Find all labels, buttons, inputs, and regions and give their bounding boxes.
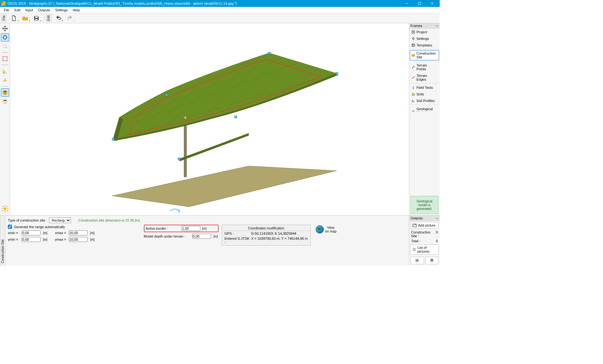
frame-item-edges[interactable]: Terrain Edges: [410, 72, 439, 83]
toolbar-separator: [44, 14, 44, 22]
frame-item-points[interactable]: Terrain Points: [410, 62, 439, 72]
svg-rect-9: [112, 138, 114, 140]
svg-rect-1: [35, 16, 38, 18]
templates-icon: [411, 43, 415, 47]
active-border-group: Active border : [m]: [144, 225, 219, 232]
frame-item-settings[interactable]: Settings: [410, 35, 439, 42]
constr-icon: [411, 53, 415, 57]
xmin-input[interactable]: [22, 230, 41, 235]
print-button-1[interactable]: [410, 257, 424, 264]
depth-input[interactable]: [192, 234, 211, 239]
depth-label: Model depth under terrain :: [144, 234, 190, 238]
xmin-label: xmin =: [8, 231, 20, 235]
tool-separator: [1, 65, 9, 65]
active-border-input[interactable]: [182, 226, 200, 231]
ymin-label: ymin =: [8, 238, 20, 241]
undo-button[interactable]: ▾: [53, 14, 64, 22]
frames-collapse-button[interactable]: —: [436, 24, 438, 27]
coordinates-box: Coordinates modification GPS :N 50,11410…: [222, 225, 311, 246]
frame-item-templates[interactable]: Templates: [410, 42, 439, 48]
frame-item-project[interactable]: Project: [410, 29, 439, 35]
tool-separator: [1, 52, 9, 53]
coord-header[interactable]: Coordinates modification: [223, 226, 310, 231]
pan-tool[interactable]: [1, 24, 9, 33]
field-icon: [411, 86, 415, 89]
svg-rect-12: [268, 52, 270, 54]
type-label: Type of construction site :: [8, 218, 47, 222]
axes-alt-tool[interactable]: [1, 76, 9, 84]
svg-rect-18: [412, 44, 415, 47]
new-file-button[interactable]: ▾: [8, 14, 19, 22]
window-title: GEO5 2019 - Stratigraphy [C:\_Stahovat\S…: [8, 2, 401, 5]
construction-site-panel: Type of construction site : Rectangle Co…: [5, 215, 409, 265]
view-on-map-button[interactable]: View on map: [314, 225, 339, 234]
ymin-input[interactable]: [22, 237, 41, 242]
settings-gear-button[interactable]: [1, 205, 9, 213]
frame-item-constr[interactable]: Construction Site: [410, 50, 439, 60]
zoom-region-tool[interactable]: [1, 42, 9, 50]
outputs-header: Outputs —: [409, 216, 440, 221]
titlebar: GEO5 2019 - Stratigraphy [C:\_Stahovat\S…: [0, 0, 440, 7]
svg-rect-13: [166, 94, 168, 96]
svg-rect-10: [178, 158, 180, 160]
left-toolstrip: [0, 23, 10, 215]
type-select[interactable]: Rectangle: [49, 217, 71, 223]
app-logo-icon: [1, 1, 6, 6]
maximize-button[interactable]: [413, 0, 426, 7]
svg-rect-33: [431, 261, 433, 262]
svg-rect-11: [336, 72, 338, 75]
edges-icon: [411, 76, 415, 79]
printer-color-icon: [430, 258, 434, 263]
xmax-input[interactable]: [69, 230, 88, 235]
svg-point-17: [412, 38, 414, 39]
side-tab-construction-site[interactable]: Construction Site: [0, 215, 5, 265]
globe-icon: [316, 225, 324, 233]
menu-file[interactable]: File: [1, 8, 12, 13]
side-tab-file[interactable]: File: [1, 14, 7, 22]
viewport-3d[interactable]: [10, 23, 409, 215]
minimize-button[interactable]: [401, 0, 413, 7]
save-file-button[interactable]: ▾: [31, 14, 42, 22]
view-solid-tool[interactable]: [1, 88, 9, 97]
svg-rect-22: [413, 87, 414, 88]
menu-settings[interactable]: Settings: [53, 8, 70, 13]
outputs-collapse-button[interactable]: —: [436, 217, 438, 220]
redo-button[interactable]: ▾: [64, 14, 75, 22]
svg-rect-15: [184, 117, 186, 119]
add-picture-button[interactable]: Add picture: [410, 222, 439, 229]
view-wire-tool[interactable]: [1, 97, 9, 105]
dimension-text: Construction site dimension is 22,36 [m]…: [79, 218, 141, 222]
svg-point-27: [414, 225, 414, 226]
menu-edit[interactable]: Edit: [12, 8, 23, 13]
menu-help[interactable]: Help: [70, 8, 82, 13]
close-button[interactable]: [426, 0, 438, 7]
settings-icon: [411, 37, 415, 40]
list-pictures-button[interactable]: List of pictures: [410, 244, 439, 254]
open-file-button[interactable]: ▾: [20, 14, 30, 22]
ymax-input[interactable]: [69, 237, 88, 242]
geo-icon: [411, 109, 415, 112]
autogen-checkbox[interactable]: [8, 225, 12, 229]
axes-tool[interactable]: [1, 67, 9, 75]
frame-item-field[interactable]: Field Tests: [410, 84, 439, 91]
tool-separator: [1, 86, 9, 87]
print-button-2[interactable]: [425, 257, 439, 264]
menu-input[interactable]: Input: [23, 8, 35, 13]
frame-item-geo[interactable]: Geological Model: [410, 106, 439, 112]
points-icon: [411, 65, 415, 69]
svg-point-4: [3, 44, 6, 47]
zoom-extents-tool[interactable]: [1, 55, 9, 63]
svg-rect-0: [418, 2, 421, 5]
svg-rect-14: [235, 116, 237, 118]
menu-outputs[interactable]: Outputs: [35, 8, 53, 13]
ymax-label: ymax =: [55, 238, 67, 241]
svg-rect-19: [412, 54, 415, 56]
svg-rect-29: [416, 259, 418, 260]
rotate-tool[interactable]: [1, 33, 9, 41]
soils-icon: [411, 92, 415, 96]
frame-item-soils[interactable]: Soils: [410, 91, 439, 97]
printer-icon: [415, 258, 419, 263]
frame-item-profiles[interactable]: Soil Profiles: [410, 98, 439, 104]
side-tab-edit[interactable]: Edit: [46, 14, 51, 22]
svg-marker-7: [112, 166, 337, 207]
